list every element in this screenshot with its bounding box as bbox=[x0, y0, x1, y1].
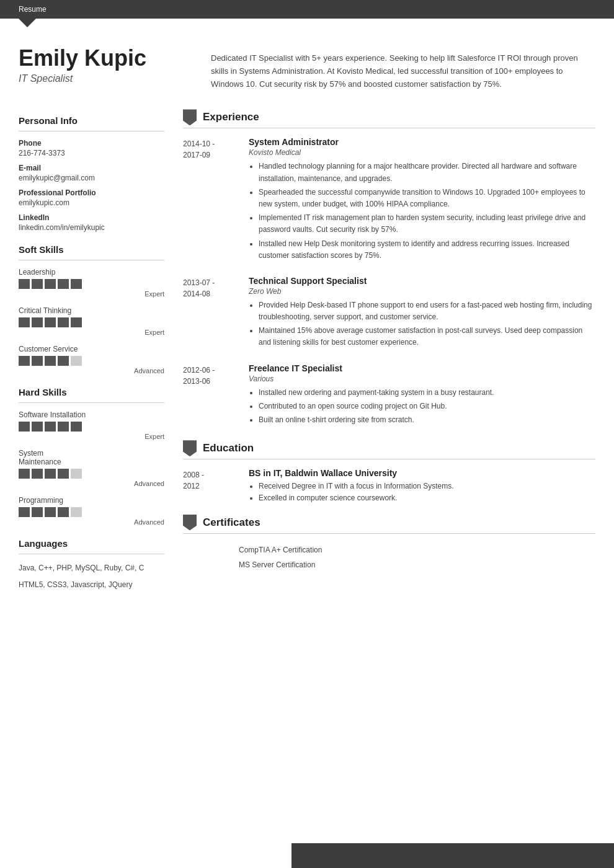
hard-skills-divider bbox=[19, 402, 164, 403]
bullet: Excelled in computer science coursework. bbox=[259, 492, 454, 504]
header-left: Emily Kupic IT Specialist bbox=[19, 46, 192, 91]
skill-customer-service-blocks bbox=[19, 356, 82, 366]
block bbox=[19, 317, 30, 327]
email-value: emilykupic@gmail.com bbox=[19, 174, 164, 182]
bullet: Handled technology planning for a major … bbox=[259, 161, 595, 184]
block bbox=[58, 317, 69, 327]
phone-label: Phone bbox=[19, 139, 164, 148]
exp-company-2: Zero Web bbox=[249, 287, 595, 296]
skill-software-installation-level: Expert bbox=[19, 433, 164, 440]
block bbox=[71, 422, 82, 432]
bullet: Implemented IT risk management plan to h… bbox=[259, 212, 595, 236]
right-column: Experience 2014-10 -2017-09 System Admin… bbox=[177, 103, 614, 591]
bullet: Built an online t-shirt ordering site fr… bbox=[259, 414, 595, 426]
bullet: Provided Help Desk-based IT phone suppor… bbox=[259, 299, 595, 323]
soft-skills-section: Soft Skills Leadership Expert Critical T… bbox=[19, 244, 164, 374]
skill-customer-service-level: Advanced bbox=[19, 367, 164, 374]
education-entry-1: 2008 -2012 BS in IT, Baldwin Wallace Uni… bbox=[183, 468, 595, 504]
skill-leadership: Leadership Expert bbox=[19, 268, 164, 298]
languages-section: Languages Java, C++, PHP, MySQL, Ruby, C… bbox=[19, 538, 164, 591]
exp-bullets-3: Installed new ordering and payment-takin… bbox=[249, 387, 595, 427]
skill-system-maintenance-blocks bbox=[19, 469, 82, 479]
skill-leadership-bar bbox=[19, 279, 164, 289]
experience-entry-1: 2014-10 -2017-09 System Administrator Ko… bbox=[183, 137, 595, 264]
block bbox=[32, 469, 43, 479]
block bbox=[19, 507, 30, 517]
block bbox=[71, 469, 82, 479]
block bbox=[58, 279, 69, 289]
skill-customer-service: Customer Service Advanced bbox=[19, 345, 164, 374]
bullet: Maintained 15% above average customer sa… bbox=[259, 325, 595, 348]
bullet: Contributed to an open source coding pro… bbox=[259, 401, 595, 412]
block bbox=[71, 356, 82, 366]
skill-programming: Programming Advanced bbox=[19, 496, 164, 526]
block bbox=[58, 469, 69, 479]
block bbox=[58, 356, 69, 366]
block bbox=[32, 356, 43, 366]
block bbox=[45, 469, 56, 479]
languages-title: Languages bbox=[19, 538, 164, 549]
block bbox=[19, 469, 30, 479]
skill-leadership-level: Expert bbox=[19, 290, 164, 298]
bullet: Installed new Help Desk monitoring syste… bbox=[259, 238, 595, 262]
exp-bullets-2: Provided Help Desk-based IT phone suppor… bbox=[249, 299, 595, 349]
edu-degree-1: BS in IT, Baldwin Wallace University bbox=[249, 468, 454, 478]
skill-leadership-blocks bbox=[19, 279, 82, 289]
skill-programming-level: Advanced bbox=[19, 518, 164, 526]
skill-system-maintenance-name: SystemMaintenance bbox=[19, 449, 164, 466]
linkedin-label: LinkedIn bbox=[19, 213, 164, 222]
education-divider bbox=[183, 459, 595, 459]
block bbox=[58, 422, 69, 432]
education-header: Education bbox=[183, 440, 595, 456]
name-title: Emily Kupic IT Specialist bbox=[19, 46, 192, 84]
skill-programming-blocks bbox=[19, 507, 82, 517]
exp-dates-3: 2012-06 -2013-06 bbox=[183, 363, 239, 428]
bullet: Received Degree in IT with a focus in In… bbox=[259, 480, 454, 492]
personal-info-section: Personal Info Phone 216-774-3373 E-mail … bbox=[19, 115, 164, 232]
exp-job-title-3: Freelance IT Specialist bbox=[249, 363, 595, 373]
experience-entry-2: 2013-07 -2014-08 Technical Support Speci… bbox=[183, 276, 595, 351]
certificates-section: Certificates CompTIA A+ Certification MS… bbox=[183, 515, 595, 572]
block bbox=[45, 279, 56, 289]
exp-company-3: Various bbox=[249, 374, 595, 383]
edu-dates-1: 2008 -2012 bbox=[183, 468, 239, 504]
skill-critical-thinking-level: Expert bbox=[19, 329, 164, 336]
bullet: Installed new ordering and payment-takin… bbox=[259, 387, 595, 399]
certificates-list: CompTIA A+ Certification MS Server Certi… bbox=[183, 542, 595, 572]
portfolio-label: Professional Portfolio bbox=[19, 188, 164, 197]
block bbox=[19, 279, 30, 289]
exp-content-1: System Administrator Kovisto Medical Han… bbox=[249, 137, 595, 264]
certificates-header: Certificates bbox=[183, 515, 595, 531]
block bbox=[58, 507, 69, 517]
skill-critical-thinking: Critical Thinking Expert bbox=[19, 306, 164, 336]
exp-content-3: Freelance IT Specialist Various Installe… bbox=[249, 363, 595, 428]
soft-skills-divider bbox=[19, 260, 164, 260]
edu-bullets-1: Received Degree in IT with a focus in In… bbox=[249, 480, 454, 504]
experience-header: Experience bbox=[183, 109, 595, 125]
block bbox=[45, 507, 56, 517]
bottom-bar bbox=[291, 843, 614, 868]
skill-programming-name: Programming bbox=[19, 496, 164, 505]
experience-divider bbox=[183, 128, 595, 128]
block bbox=[32, 279, 43, 289]
certificates-title: Certificates bbox=[203, 516, 260, 529]
left-column: Personal Info Phone 216-774-3373 E-mail … bbox=[0, 103, 177, 591]
block bbox=[45, 317, 56, 327]
skill-system-maintenance-level: Advanced bbox=[19, 480, 164, 487]
certificates-divider bbox=[183, 533, 595, 534]
block bbox=[45, 356, 56, 366]
block bbox=[45, 422, 56, 432]
soft-skills-title: Soft Skills bbox=[19, 244, 164, 255]
exp-company-1: Kovisto Medical bbox=[249, 148, 595, 157]
skill-system-maintenance-bar bbox=[19, 469, 164, 479]
hard-skills-section: Hard Skills Software Installation Expert bbox=[19, 387, 164, 526]
email-label: E-mail bbox=[19, 164, 164, 172]
personal-info-field-email: E-mail emilykupic@gmail.com bbox=[19, 164, 164, 182]
personal-info-field-phone: Phone 216-774-3373 bbox=[19, 139, 164, 157]
education-title: Education bbox=[203, 442, 254, 454]
bullet: Spearheaded the successful companywide t… bbox=[259, 187, 595, 210]
education-section: Education 2008 -2012 BS in IT, Baldwin W… bbox=[183, 440, 595, 504]
skill-critical-thinking-name: Critical Thinking bbox=[19, 306, 164, 315]
cert-item-1: CompTIA A+ Certification bbox=[239, 542, 595, 557]
exp-job-title-1: System Administrator bbox=[249, 137, 595, 147]
